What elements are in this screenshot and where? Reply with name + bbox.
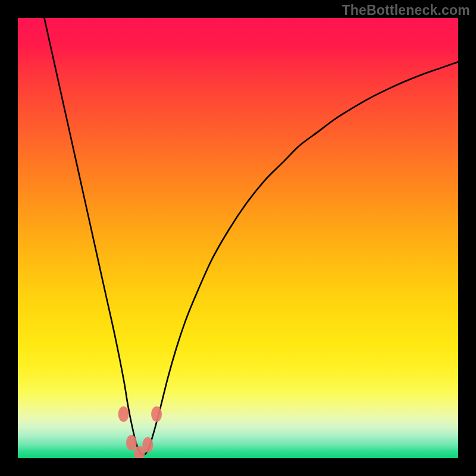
curve-markers bbox=[118, 406, 162, 458]
curve-layer bbox=[18, 18, 458, 458]
chart-frame: TheBottleneck.com bbox=[0, 0, 476, 476]
bottleneck-curve bbox=[44, 18, 458, 455]
curve-marker bbox=[126, 435, 137, 450]
curve-marker bbox=[142, 437, 153, 453]
curve-marker bbox=[151, 406, 162, 422]
curve-marker bbox=[118, 406, 129, 422]
watermark-text: TheBottleneck.com bbox=[342, 2, 470, 18]
plot-area bbox=[18, 18, 458, 458]
